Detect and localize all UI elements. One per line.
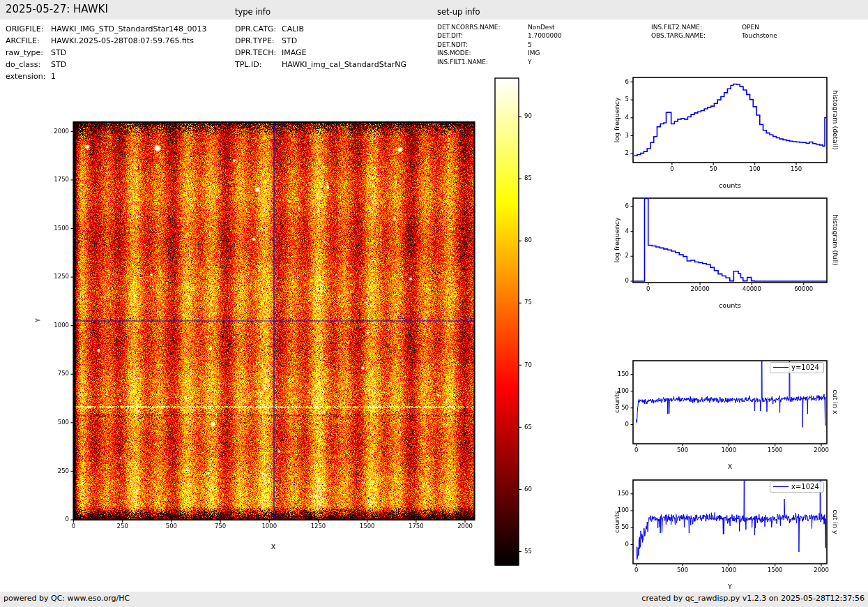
file-info-row: raw_type:STD (6, 47, 207, 59)
cut-y-legend-label: x=1024 (791, 483, 819, 490)
cut-x-legend: y=1024 (770, 362, 824, 373)
main-xaxis-label: X (271, 543, 276, 550)
hist-full-xlabel: counts (719, 301, 741, 309)
file-info-row: extension:1 (6, 70, 207, 82)
file-info-block: ORIGFILE:HAWKI_IMG_STD_StandardStar148_0… (6, 23, 207, 82)
type-info-heading: type info (235, 7, 271, 17)
hist-full-ylabel: log frequency (613, 217, 620, 262)
footer-left-text: powered by QC: www.eso.org/HC (3, 594, 130, 603)
cut-y-legend: x=1024 (770, 481, 824, 493)
setup-info-col1: DET.NCORRS.NAME:NonDest DET.DIT:1.700000… (437, 23, 562, 66)
cut-x-xlabel: X (728, 463, 733, 470)
cut-x-side-label: cut in x (832, 389, 839, 414)
setup-info-row: INS.FILT1.NAME:Y (437, 58, 562, 66)
setup-info-col2: INS.FILT2.NAME:OPEN OBS.TARG.NAME:Touchs… (651, 23, 777, 40)
type-info-row: TPL.ID:HAWKI_img_cal_StandardStarNG (235, 59, 406, 70)
page-title: 2025-05-27: HAWKI (6, 3, 108, 15)
file-info-row: do_class:STD (6, 59, 207, 70)
file-info-row: ORIGFILE:HAWKI_IMG_STD_StandardStar148_0… (6, 23, 207, 35)
type-info-row: DPR.CATG:CALIB (235, 23, 406, 35)
type-info-row: DPR.TYPE:STD (235, 35, 406, 47)
hist-detail-xlabel: counts (719, 181, 741, 189)
qc-report-page: { "header": { "title": "2025-05-27: HAWK… (0, 0, 868, 607)
cut-x-legend-label: y=1024 (791, 364, 819, 371)
setup-info-heading: set-up info (437, 7, 480, 17)
setup-info-row: DET.NCORRS.NAME:NonDest (437, 23, 562, 31)
hist-detail-ylabel: log frequency (613, 97, 620, 142)
file-info-row: ARCFILE:HAWKI.2025-05-28T08:07:59.765.fi… (6, 35, 207, 47)
legend-line-sample (773, 486, 789, 487)
legend-line-sample (773, 367, 789, 368)
main-yaxis-label: Y (34, 318, 42, 322)
footer-right-text: created by qc_rawdisp.py v1.2.3 on 2025-… (641, 594, 865, 603)
setup-info-row: DET.NDIT:5 (437, 40, 562, 49)
setup-info-row: INS.FILT2.NAME:OPEN (651, 23, 777, 31)
cut-x-ylabel: counts (613, 391, 620, 413)
hist-full-side-label: histogram (full) (832, 214, 839, 265)
type-info-block: DPR.CATG:CALIB DPR.TYPE:STD DPR.TECH:IMA… (235, 23, 406, 70)
cut-y-side-label: cut in y (832, 509, 839, 534)
type-info-row: DPR.TECH:IMAGE (235, 47, 406, 59)
cut-y-ylabel: counts (613, 511, 620, 533)
setup-info-row: INS.MODE:IMG (437, 49, 562, 57)
setup-info-row: OBS.TARG.NAME:Touchstone (651, 31, 777, 40)
setup-info-row: DET.DIT:1.7000000 (437, 31, 562, 40)
cut-y-xlabel: Y (728, 583, 732, 590)
hist-detail-side-label: histogram (detail) (832, 90, 839, 149)
